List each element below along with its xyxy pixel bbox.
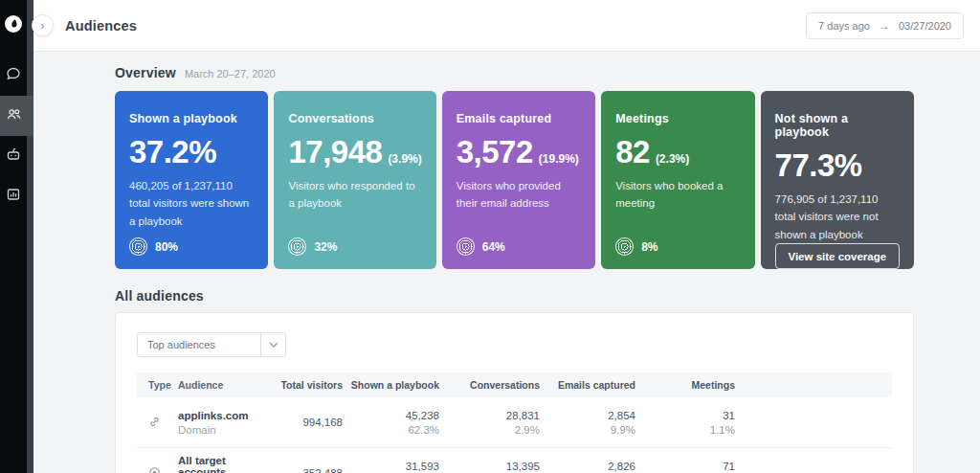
chevron-down-icon (260, 333, 285, 356)
stat-description: Visitors who provided their email addres… (457, 177, 581, 213)
overview-header: Overview March 20–27, 2020 (115, 65, 914, 80)
coverage-percent: 64% (482, 240, 505, 254)
chat-bubble-icon (6, 66, 21, 85)
sidebar-item-reports[interactable] (0, 176, 33, 216)
conversations-cell: 28,831 2.9% (439, 410, 540, 436)
stat-card-not-shown-playbook: Not shown a playbook 77.3% 776,905 of 1,… (761, 91, 914, 269)
top-bar: Audiences 7 days ago → 03/27/2020 (33, 0, 980, 52)
meetings-cell: 31 1.1% (635, 410, 735, 436)
stat-label: Emails captured (457, 112, 581, 125)
drift-logo-icon[interactable] (5, 15, 22, 33)
shown-playbook-cell: 45,238 62.3% (343, 410, 439, 436)
coverage-gauge-icon (457, 237, 475, 256)
audience-name: applinks.com (178, 410, 269, 421)
stat-suffix: (3.9%) (388, 152, 421, 166)
audience-subtitle: Domain (178, 424, 269, 436)
all-audiences-section: All audiences Top audiences Type Audienc… (115, 288, 914, 473)
overview-date: March 20–27, 2020 (185, 68, 276, 79)
stat-value: 82 (615, 134, 650, 170)
coverage-percent: 8% (641, 240, 657, 254)
view-site-coverage-button[interactable]: View site coverage (775, 243, 900, 269)
stat-label: Not shown a playbook (775, 112, 900, 139)
bot-icon (6, 146, 21, 166)
column-header-shown-playbook: Shown a playbook (343, 379, 439, 391)
stat-suffix: (19.9%) (539, 152, 579, 166)
sidebar-item-audiences[interactable] (0, 96, 33, 136)
conversations-cell: 13,395 3.8% (439, 461, 540, 473)
sidebar-item-playbooks[interactable] (0, 136, 33, 176)
stat-card-shown-playbook: Shown a playbook 37.2% 460,205 of 1,237,… (115, 91, 268, 269)
stat-description: Visitors who booked a meeting (615, 177, 740, 213)
audience-filter-value: Top audiences (138, 339, 260, 350)
sidebar-expand-button[interactable]: › (32, 14, 54, 36)
stat-label: Meetings (615, 112, 740, 125)
stat-description: 460,205 of 1,237,110 total visitors were… (129, 177, 254, 230)
table-row[interactable]: applinks.com Domain 994,168 45,238 62.3%… (137, 397, 892, 448)
column-header-emails-captured: Emails captured (540, 379, 635, 391)
main-content: Overview March 20–27, 2020 Shown a playb… (33, 52, 980, 473)
page-title: Audiences (65, 18, 137, 34)
date-range-to: 03/27/2020 (899, 20, 951, 32)
stat-value: 17,948 (288, 134, 382, 170)
shown-playbook-cell: 31,593 51.6% (343, 461, 439, 473)
stat-label: Conversations (288, 112, 421, 125)
sidebar (0, 0, 33, 473)
target-icon (148, 466, 161, 473)
audience-filter-select[interactable]: Top audiences (137, 332, 286, 357)
stat-card-conversations: Conversations 17,948 (3.9%) Visitors who… (274, 91, 435, 269)
stat-cards: Shown a playbook 37.2% 460,205 of 1,237,… (115, 91, 914, 269)
stat-value: 3,572 (457, 134, 533, 170)
audiences-panel: Top audiences Type Audience Total visito… (115, 312, 914, 473)
overview-section: Overview March 20–27, 2020 Shown a playb… (115, 65, 914, 269)
total-visitors-cell: 994,168 (269, 417, 343, 428)
emails-captured-cell: 2,826 21.1% (540, 461, 635, 473)
sidebar-nav (0, 56, 33, 216)
reports-chart-icon (6, 187, 21, 206)
meetings-cell: 71 2.5% (635, 461, 735, 473)
stat-card-emails-captured: Emails captured 3,572 (19.9%) Visitors w… (442, 91, 595, 269)
stat-description: 776,905 of 1,237,110 total visitors were… (775, 191, 900, 243)
arrow-right-icon: → (879, 19, 890, 33)
audiences-screen: › Audiences 7 days ago → 03/27/2020 Over… (0, 0, 980, 473)
stat-value: 77.3% (775, 147, 862, 184)
audience-name: All target accounts (178, 455, 269, 473)
coverage-percent: 80% (155, 240, 178, 254)
link-icon (148, 416, 161, 430)
table-header-row: Type Audience Total visitors Shown a pla… (137, 372, 892, 397)
coverage-percent: 32% (314, 240, 337, 254)
stat-description: Visitors who responded to a playbook (288, 177, 421, 213)
date-range-picker[interactable]: 7 days ago → 03/27/2020 (806, 12, 964, 39)
stat-value: 37.2% (129, 134, 216, 170)
audiences-table: Type Audience Total visitors Shown a pla… (137, 372, 892, 473)
chevron-right-icon: › (40, 19, 44, 32)
date-range-from: 7 days ago (818, 20, 870, 32)
column-header-type: Type (137, 379, 178, 391)
total-visitors-cell: 352,488 (269, 467, 343, 473)
table-row[interactable]: All target accounts Target accounts 352,… (137, 448, 892, 473)
sidebar-item-conversations[interactable] (0, 56, 33, 96)
stat-label: Shown a playbook (129, 112, 254, 125)
stat-card-meetings: Meetings 82 (2.3%) Visitors who booked a… (601, 91, 754, 269)
emails-captured-cell: 2,854 9.9% (540, 410, 635, 436)
coverage-gauge-icon (615, 237, 634, 256)
column-header-total-visitors: Total visitors (269, 379, 343, 391)
column-header-meetings: Meetings (635, 379, 735, 391)
overview-title: Overview (115, 65, 176, 80)
all-audiences-title: All audiences (115, 288, 914, 304)
coverage-gauge-icon (288, 237, 306, 256)
coverage-gauge-icon (129, 237, 147, 256)
stat-suffix: (2.3%) (656, 152, 689, 166)
users-icon (6, 106, 22, 126)
column-header-audience: Audience (178, 379, 269, 391)
column-header-conversations: Conversations (439, 379, 540, 391)
